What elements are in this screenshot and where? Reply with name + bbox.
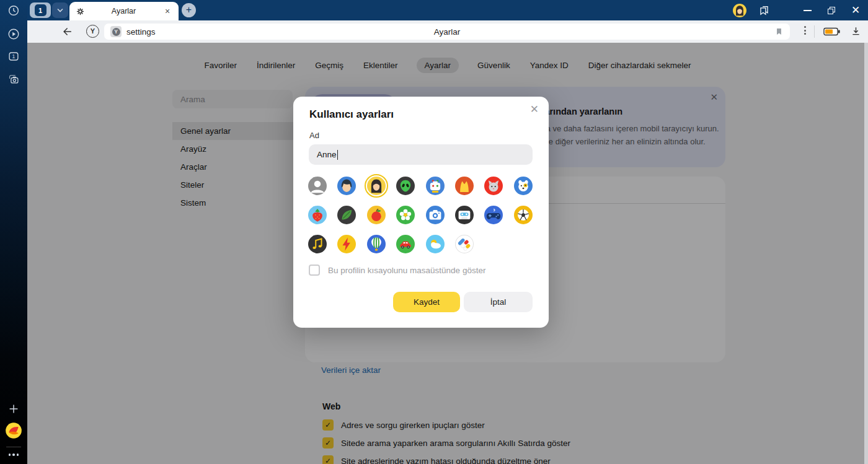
history-clock-icon[interactable] [7,4,20,17]
profile-avatar-button[interactable] [732,3,747,18]
toolbar-kebab-icon[interactable] [804,26,806,35]
leaf-avatar-icon[interactable] [337,206,356,224]
page-scrollbar[interactable] [864,43,868,464]
url-text: settings [126,27,156,37]
cat-avatar-icon[interactable] [484,177,503,195]
cloud-sun-avatar-icon[interactable] [426,235,445,253]
downloads-icon[interactable] [850,25,862,37]
tab-strip: 1 Ayarlar × + ✕ [27,0,868,20]
tab-group-count: 1 [35,4,46,16]
tab-close-icon[interactable]: × [162,6,172,16]
football-avatar-icon[interactable] [514,206,533,224]
sidebar-add-icon[interactable] [7,402,20,416]
lightning-avatar-icon[interactable] [337,235,356,253]
tab-title: Ayarlar [85,7,162,15]
yandex-browser-logo[interactable] [5,422,22,439]
screenshot-icon[interactable] [7,72,20,86]
settings-gear-icon [76,7,85,16]
camera-avatar-icon[interactable] [426,206,445,224]
sidebar-more-icon[interactable] [7,448,20,462]
browser-window: 1 1 Ayarlar × + [0,0,868,464]
car-avatar-icon[interactable] [396,235,415,253]
dog-avatar-icon[interactable] [514,177,533,195]
new-tab-button[interactable]: + [182,3,196,17]
window-close-button[interactable]: ✕ [848,3,863,18]
yandex-home-icon[interactable]: Y [86,25,99,38]
window-restore-button[interactable] [824,3,839,18]
flower-avatar-icon[interactable] [396,206,415,224]
browser-sidebar: 1 [0,0,27,464]
play-media-icon[interactable] [7,27,20,41]
address-bar-page-title: Ayarlar [104,27,790,37]
profile-avatar-woman-icon [733,4,746,17]
svg-text:1: 1 [12,53,16,59]
person-avatar-icon[interactable] [308,177,327,195]
tabs-count-icon[interactable]: 1 [7,50,20,63]
robot-avatar-icon[interactable] [426,177,445,195]
tab-group-button[interactable]: 1 [30,2,51,18]
window-minimize-button[interactable] [800,3,815,18]
bookmark-flag-icon[interactable] [774,27,784,37]
profile-name-value: Anne [317,150,337,159]
capsules-avatar-icon[interactable] [455,235,474,253]
cancel-button[interactable]: İptal [464,292,533,312]
user-settings-modal: ✕ Kullanıcı ayarları Ad Anne Bu profilin… [293,97,549,328]
text-caret [337,150,338,160]
desktop-shortcut-option[interactable]: Bu profilin kısayolunu masaüstünde göste… [309,265,485,276]
avatar-grid [308,177,533,253]
fox-avatar-icon[interactable] [455,177,474,195]
alien-avatar-icon[interactable] [396,177,415,195]
collections-icon[interactable] [756,3,771,18]
strawberry-avatar-icon[interactable] [308,206,327,224]
tab-group-chevron-icon[interactable] [52,2,68,18]
active-tab[interactable]: Ayarlar × [69,2,179,20]
toolbar-divider [814,25,815,38]
music-note-avatar-icon[interactable] [308,235,327,253]
desktop-shortcut-checkbox[interactable] [309,265,320,276]
desktop-shortcut-label: Bu profilin kısayolunu masaüstünde göste… [328,266,485,275]
address-bar[interactable]: Y settings Ayarlar [104,24,790,40]
cassette-avatar-icon[interactable] [455,206,474,224]
save-button[interactable]: Kaydet [393,292,460,312]
gamepad-avatar-icon[interactable] [484,206,503,224]
man-avatar-icon[interactable] [337,177,356,195]
battery-icon[interactable] [823,27,841,37]
browser-toolbar: Y Y settings Ayarlar [27,20,868,43]
profile-name-input[interactable]: Anne [309,144,533,165]
hot-air-balloon-avatar-icon[interactable] [367,235,386,253]
menu-hamburger-icon[interactable] [781,3,790,18]
name-field-label: Ad [309,131,319,140]
apple-avatar-icon[interactable] [367,206,386,224]
modal-title: Kullanıcı ayarları [309,108,394,121]
back-icon[interactable] [61,25,74,38]
woman-avatar-icon[interactable] [367,177,386,195]
modal-close-icon[interactable]: ✕ [530,103,539,116]
sidebar-divider [6,447,21,447]
page-favicon: Y [110,26,122,37]
